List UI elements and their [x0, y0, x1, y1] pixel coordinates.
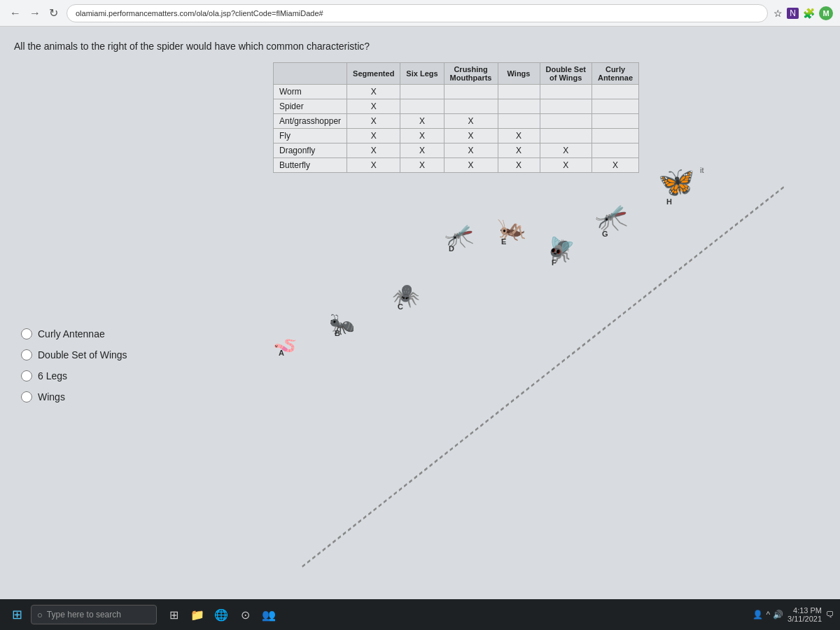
taskbar-items: ⊞ 📁 🌐 ⊙ 👥 — [162, 603, 280, 626]
col-crushing: CrushingMouthparts — [444, 63, 498, 85]
radio-double-wings[interactable] — [21, 349, 32, 360]
edge-icon[interactable]: 🌐 — [210, 603, 232, 626]
back-button[interactable]: ← — [7, 4, 24, 22]
col-six-legs: Six Legs — [400, 63, 444, 85]
cell-4: X — [498, 129, 540, 144]
url-text: olamiami.performancematters.com/ola/ola.… — [76, 9, 323, 18]
cell-5 — [540, 85, 592, 99]
nav-buttons: ← → ↻ — [7, 4, 61, 22]
col-wings: Wings — [498, 63, 540, 85]
label-f: F — [552, 259, 556, 267]
forward-button[interactable]: → — [27, 4, 43, 22]
right-panel: Segmented Six Legs CrushingMouthparts Wi… — [238, 62, 840, 599]
cell-4 — [498, 114, 540, 129]
main-layout: Curly Antennae Double Set of Wings 6 Leg… — [14, 62, 840, 599]
cell-3: X — [444, 129, 498, 144]
cell-6 — [592, 99, 638, 114]
cell-2: X — [400, 129, 444, 144]
task-view-icon[interactable]: ⊞ — [162, 603, 185, 626]
extension-icon[interactable]: 🧩 — [803, 8, 815, 19]
taskbar-search-text[interactable]: Type here to search — [47, 610, 121, 620]
cell-4 — [498, 85, 540, 99]
chevron-up-icon[interactable]: ^ — [766, 610, 770, 620]
taskbar: ⊞ ○ Type here to search ⊞ 📁 🌐 ⊙ 👥 👤 ^ 🔊 … — [0, 599, 840, 630]
start-button[interactable]: ⊞ — [6, 603, 28, 626]
label-c: C — [398, 303, 403, 311]
cell-6 — [592, 114, 638, 129]
cell-0: Spider — [274, 99, 347, 114]
search-circle-icon: ○ — [37, 610, 43, 620]
cell-1: X — [347, 85, 400, 99]
cell-5 — [540, 129, 592, 144]
left-panel: Curly Antennae Double Set of Wings 6 Leg… — [14, 62, 238, 599]
profile-icon[interactable]: M — [819, 6, 833, 20]
answer-option-1[interactable]: Curly Antennae — [21, 328, 238, 340]
chrome-icon[interactable]: ⊙ — [234, 603, 256, 626]
label-e: E — [501, 238, 506, 246]
taskbar-clock[interactable]: 4:13 PM 3/11/2021 — [788, 606, 822, 623]
table-row: FlyXXXX — [274, 129, 639, 144]
address-bar[interactable]: olamiami.performancematters.com/ola/ola.… — [66, 4, 768, 22]
n-icon: N — [787, 8, 799, 19]
cell-2: X — [400, 114, 444, 129]
label-a: A — [279, 349, 284, 357]
label-double-wings[interactable]: Double Set of Wings — [38, 349, 127, 360]
cell-2 — [400, 85, 444, 99]
label-b: B — [335, 330, 340, 337]
cell-0: Fly — [274, 129, 347, 144]
label-wings[interactable]: Wings — [38, 391, 65, 402]
file-explorer-icon[interactable]: 📁 — [186, 603, 209, 626]
radio-wings[interactable] — [21, 391, 32, 402]
taskbar-date-text: 3/11/2021 — [788, 615, 822, 623]
col-animal — [274, 63, 347, 85]
cell-0: Ant/grasshopper — [274, 114, 347, 129]
svg-line-0 — [302, 187, 784, 566]
cell-3 — [444, 85, 498, 99]
label-6-legs[interactable]: 6 Legs — [38, 370, 67, 382]
radio-6-legs[interactable] — [21, 370, 32, 382]
col-curly-antennae: CurlyAntennae — [592, 63, 638, 85]
insect-spider: 🕷️ C — [392, 279, 420, 307]
star-icon[interactable]: ☆ — [774, 8, 783, 19]
cell-4 — [498, 99, 540, 114]
person-icon[interactable]: 👤 — [752, 610, 763, 620]
label-g: G — [602, 230, 608, 238]
notification-icon[interactable]: 🗨 — [826, 610, 834, 620]
col-double-wings: Double Setof Wings — [540, 63, 592, 85]
cell-1: X — [347, 129, 400, 144]
table-row: Ant/grasshopperXXX — [274, 114, 639, 129]
insect-dragonfly: 🦟 G — [595, 202, 628, 230]
table-row: WormX — [274, 85, 639, 99]
speaker-icon[interactable]: 🔊 — [773, 610, 783, 620]
diagonal-line-svg — [238, 146, 840, 599]
cell-3: X — [444, 114, 498, 129]
cell-6 — [592, 85, 638, 99]
answer-option-4[interactable]: Wings — [21, 391, 238, 402]
cell-3 — [444, 99, 498, 114]
teams-icon[interactable]: 👥 — [258, 603, 280, 626]
col-segmented: Segmented — [347, 63, 400, 85]
cell-0: Worm — [274, 85, 347, 99]
cell-2 — [400, 99, 444, 114]
taskbar-search-box[interactable]: ○ Type here to search — [31, 605, 157, 624]
cell-6 — [592, 129, 638, 144]
insect-worm: 🪱 A — [273, 328, 298, 356]
taskbar-right: 👤 ^ 🔊 4:13 PM 3/11/2021 🗨 — [752, 606, 834, 623]
cell-1: X — [347, 114, 400, 129]
cell-5 — [540, 99, 592, 114]
radio-curly-antennae[interactable] — [21, 328, 32, 340]
page-content: All the animals to the right of the spid… — [0, 27, 840, 599]
answer-option-2[interactable]: Double Set of Wings — [21, 349, 238, 360]
insect-e: 🦗 E — [497, 213, 526, 241]
browser-icons: ☆ N 🧩 M — [774, 6, 833, 20]
table-row: SpiderX — [274, 99, 639, 114]
insect-area: 🪱 A 🐜 B 🕷️ C 🦟 D — [238, 146, 840, 599]
answer-option-3[interactable]: 6 Legs — [21, 370, 238, 382]
insect-d: 🦟 D — [444, 220, 474, 248]
taskbar-time-text: 4:13 PM — [788, 606, 822, 615]
insect-ant: 🐜 B — [329, 307, 355, 335]
refresh-button[interactable]: ↻ — [46, 4, 61, 22]
label-curly-antennae[interactable]: Curly Antennae — [38, 328, 105, 340]
browser-chrome: ← → ↻ olamiami.performancematters.com/ol… — [0, 0, 840, 27]
label-h: H — [666, 198, 672, 206]
